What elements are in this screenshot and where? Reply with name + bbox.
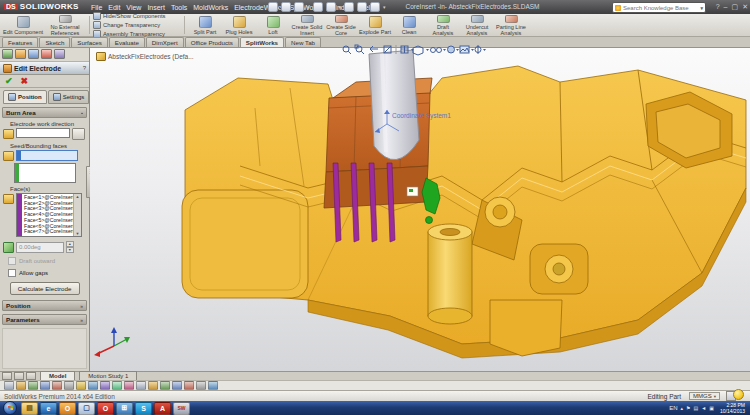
mini-toolbar-icon[interactable] xyxy=(208,381,218,390)
position-group-header[interactable]: Position » xyxy=(2,300,87,311)
seed-faces-list[interactable] xyxy=(14,163,76,183)
restore-icon[interactable]: ▢ xyxy=(732,2,739,11)
mini-toolbar-icon[interactable] xyxy=(4,381,14,390)
tab-sketch[interactable]: Sketch xyxy=(39,37,70,47)
mini-toolbar-icon[interactable] xyxy=(124,381,134,390)
redo-icon[interactable] xyxy=(344,2,354,12)
mini-toolbar-icon[interactable] xyxy=(88,381,98,390)
edit-component-button[interactable]: Edit Component xyxy=(2,14,44,36)
feature-tree-root-label[interactable]: AbsteckFixElectrodes (Defa... xyxy=(108,53,194,60)
pane-split-icon[interactable] xyxy=(26,372,36,380)
dropdown-arrow-icon[interactable] xyxy=(471,49,474,51)
pane-split-icon[interactable] xyxy=(14,372,24,380)
pm-help-icon[interactable]: ? xyxy=(83,65,86,71)
options-icon[interactable] xyxy=(370,2,380,12)
dropdown-arrow-icon[interactable] xyxy=(411,49,414,51)
allow-gaps-checkbox[interactable] xyxy=(8,269,16,277)
normal-direction-button[interactable] xyxy=(72,128,85,140)
property-manager-tab-icon[interactable] xyxy=(15,49,26,59)
draft-analysis-button[interactable]: Draft Analysis xyxy=(426,14,460,36)
document-icon[interactable]: ▢ xyxy=(78,402,95,415)
menu-insert[interactable]: Insert xyxy=(144,4,168,11)
seed-faces-field[interactable] xyxy=(16,150,78,161)
search-box[interactable]: ▾ xyxy=(612,2,706,13)
dropdown-arrow-icon[interactable] xyxy=(443,49,446,51)
opera-icon[interactable]: O xyxy=(97,402,114,415)
tray-expand-icon[interactable]: ▴ xyxy=(681,405,684,411)
hide-show-components-button[interactable]: Hide/Show Components xyxy=(93,12,181,20)
dropdown-arrow-icon[interactable] xyxy=(426,49,429,51)
menu-file[interactable]: File xyxy=(88,4,105,11)
print-icon[interactable] xyxy=(313,2,323,12)
faces-list[interactable]: Face<1>@CoreInsert- Face<2>@CoreInsert- … xyxy=(16,193,82,237)
view-orientation-icon[interactable] xyxy=(401,46,408,53)
face-list-item[interactable]: Face<7>@CoreInsert- xyxy=(24,229,73,235)
tab-dimxpert[interactable]: DimXpert xyxy=(146,37,184,47)
menu-tools[interactable]: Tools xyxy=(168,4,190,11)
draft-outward-checkbox[interactable] xyxy=(8,257,16,265)
mini-toolbar-icon[interactable] xyxy=(40,381,50,390)
tab-features[interactable]: Features xyxy=(2,37,38,47)
windows-icon[interactable]: ⊞ xyxy=(116,402,133,415)
units-dropdown[interactable]: MMGS ▾ xyxy=(689,392,720,400)
new-icon[interactable] xyxy=(268,2,278,12)
hide-show-items-icon[interactable] xyxy=(431,48,442,53)
explode-part-button[interactable]: Explode Part xyxy=(358,14,392,36)
rebuild-icon[interactable] xyxy=(357,2,367,12)
feature-tree-tab-icon[interactable] xyxy=(2,49,13,59)
tab-evaluate[interactable]: Evaluate xyxy=(109,37,145,47)
menu-view[interactable]: View xyxy=(123,4,144,11)
mini-toolbar-icon[interactable] xyxy=(112,381,122,390)
ok-check-icon[interactable]: ✔ xyxy=(5,76,13,86)
tab-splitworks[interactable]: SplitWorks xyxy=(240,37,284,47)
close-icon[interactable]: ✕ xyxy=(742,2,748,11)
tray-update-icon[interactable]: ▤ xyxy=(694,405,699,411)
search-dropdown-icon[interactable]: ▾ xyxy=(700,5,703,11)
pm-tab-position[interactable]: Position xyxy=(3,90,47,104)
clean-button[interactable]: Clean xyxy=(392,14,426,36)
faces-scrollbar[interactable]: ▲ ▼ xyxy=(73,194,81,236)
mini-toolbar-icon[interactable] xyxy=(64,381,74,390)
acrobat-icon[interactable]: A xyxy=(154,402,171,415)
tab-new-tab[interactable]: New Tab xyxy=(285,37,321,47)
menu-moldworks[interactable]: MoldWorks xyxy=(190,4,231,11)
help-bubble-icon[interactable] xyxy=(733,389,744,400)
solidworks-icon[interactable]: SW xyxy=(173,402,190,415)
display-manager-tab-icon[interactable] xyxy=(54,49,65,59)
tab-office-products[interactable]: Office Products xyxy=(185,37,239,47)
mini-toolbar-icon[interactable] xyxy=(196,381,206,390)
undercut-analysis-button[interactable]: Undercut Analysis xyxy=(460,14,494,36)
tray-volume-icon[interactable]: ◄ xyxy=(701,405,706,411)
save-icon[interactable] xyxy=(294,2,304,12)
mini-toolbar-icon[interactable] xyxy=(28,381,38,390)
undo-icon[interactable] xyxy=(326,2,336,12)
graphics-area[interactable]: Coordinate System1 xyxy=(90,48,750,371)
mini-toolbar-icon[interactable] xyxy=(172,381,182,390)
explorer-icon[interactable]: ▤ xyxy=(21,402,38,415)
pm-tab-settings[interactable]: Settings xyxy=(48,90,90,104)
ie-icon[interactable]: e xyxy=(40,402,57,415)
save-dropdown-icon[interactable]: ▾ xyxy=(307,4,310,10)
mini-toolbar-icon[interactable] xyxy=(16,381,26,390)
mini-toolbar-icon[interactable] xyxy=(136,381,146,390)
tab-surfaces[interactable]: Surfaces xyxy=(71,37,107,47)
plug-holes-button[interactable]: Plug Holes xyxy=(222,14,256,36)
start-button[interactable] xyxy=(3,401,17,415)
parameters-group-header[interactable]: Parameters » xyxy=(2,314,87,325)
pane-split-icon[interactable] xyxy=(2,372,12,380)
electrode-blank-cylinder[interactable] xyxy=(369,50,419,160)
create-side-core-button[interactable]: Create Side Core xyxy=(324,14,358,36)
draft-angle-field[interactable]: 0.00deg xyxy=(16,242,64,253)
tray-network-icon[interactable]: ▣ xyxy=(709,405,714,411)
open-icon[interactable] xyxy=(281,2,291,12)
display-style-icon[interactable] xyxy=(413,46,423,55)
language-indicator[interactable]: EN xyxy=(669,405,677,411)
minimize-icon[interactable]: – xyxy=(724,2,728,11)
change-transparency-button[interactable]: Change Transparency xyxy=(93,21,181,29)
mini-toolbar-icon[interactable] xyxy=(76,381,86,390)
split-part-button[interactable]: Split Part xyxy=(188,14,222,36)
view-settings-icon[interactable] xyxy=(475,45,481,54)
mini-toolbar-icon[interactable] xyxy=(100,381,110,390)
section-view-icon[interactable] xyxy=(384,46,391,53)
calculate-electrode-button[interactable]: Calculate Electrode xyxy=(10,282,80,295)
